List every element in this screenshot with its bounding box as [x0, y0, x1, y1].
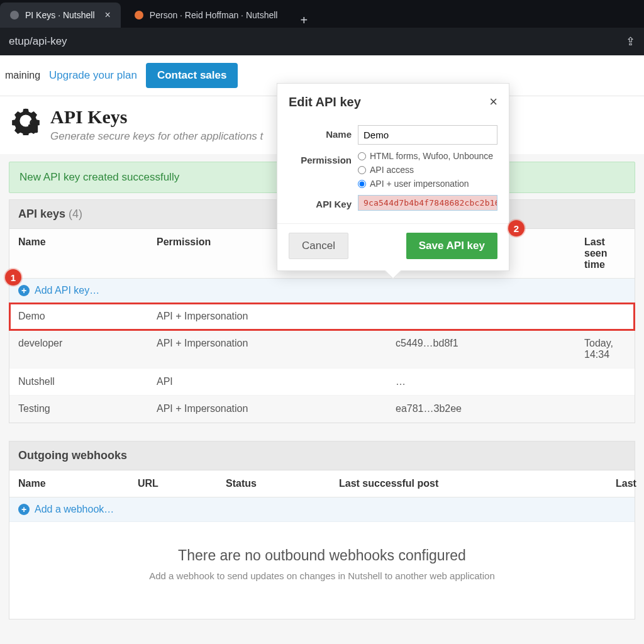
tab-title: PI Keys · Nutshell	[25, 10, 95, 20]
favicon-icon	[135, 11, 143, 19]
modal-title: Edit API key	[289, 95, 361, 109]
page-title: API Keys	[50, 106, 263, 128]
col-url: URL	[138, 478, 226, 489]
cell-last-seen: Today, 14:34	[584, 338, 626, 360]
table-row[interactable]: Nutshell API …	[9, 369, 635, 396]
cell-key: c5449…bd8f1	[396, 338, 584, 360]
browser-tab[interactable]: Person · Reid Hoffman · Nutshell	[125, 3, 288, 28]
add-webhook-label: Add a webhook…	[35, 504, 114, 515]
close-icon[interactable]: ×	[489, 94, 497, 110]
col-name: Name	[18, 236, 157, 270]
col-last: Last	[616, 478, 636, 489]
cell-name: developer	[18, 338, 157, 360]
cell-permission: API + Impersonation	[157, 311, 396, 322]
svg-rect-0	[28, 125, 38, 133]
callout-2: 2	[508, 220, 525, 236]
cell-last-seen	[584, 376, 626, 387]
cell-name: Testing	[18, 403, 157, 414]
remaining-text: maining	[5, 70, 40, 81]
edit-api-key-modal: Edit API key × Name Permission HTML form…	[277, 83, 509, 271]
add-api-key-label: Add API key…	[35, 285, 99, 296]
permission-label: Permission	[289, 151, 352, 165]
callout-1: 1	[5, 269, 21, 286]
table-header: Name URL Status Last successful post Las…	[9, 470, 635, 497]
perm-radio-impersonation[interactable]: API + user impersonation	[358, 179, 497, 189]
cancel-button[interactable]: Cancel	[289, 233, 348, 259]
new-tab-button[interactable]: +	[291, 13, 316, 28]
col-name: Name	[18, 478, 138, 489]
cell-permission: API	[157, 376, 396, 387]
section-title: Outgoing webhooks	[9, 441, 635, 470]
col-last-seen: Last seen time	[584, 236, 626, 270]
add-webhook-row[interactable]: + Add a webhook…	[9, 497, 635, 522]
name-input[interactable]	[358, 125, 497, 145]
upgrade-link[interactable]: Upgrade your plan	[49, 69, 137, 82]
empty-state: There are no outbound webhooks configure…	[9, 522, 635, 619]
url-bar[interactable]: etup/api-key ⇪	[0, 28, 644, 55]
webhooks-section: Outgoing webhooks Name URL Status Last s…	[9, 441, 635, 619]
browser-tabbar: PI Keys · Nutshell × Person · Reid Hoffm…	[0, 0, 644, 28]
perm-radio-html[interactable]: HTML forms, Wufoo, Unbounce	[358, 151, 497, 161]
col-last-post: Last successful post	[339, 478, 616, 489]
browser-tab-active[interactable]: PI Keys · Nutshell ×	[0, 3, 121, 28]
tab-title: Person · Reid Hoffman · Nutshell	[150, 10, 278, 20]
api-key-value[interactable]: 9ca544d7b4b4f7848682cbc2b16	[358, 195, 497, 211]
save-api-key-button[interactable]: Save API key	[406, 233, 497, 259]
perm-radio-api[interactable]: API access	[358, 165, 497, 175]
section-title-text: API keys	[18, 208, 65, 220]
contact-sales-button[interactable]: Contact sales	[146, 63, 238, 88]
section-count: (4)	[69, 208, 82, 220]
plus-icon: +	[18, 504, 30, 515]
table-row[interactable]: developer API + Impersonation c5449…bd8f…	[9, 330, 635, 369]
cell-permission: API + Impersonation	[157, 338, 396, 360]
cell-key: …	[396, 376, 584, 387]
cell-name: Demo	[18, 311, 157, 322]
api-key-label: API Key	[289, 195, 352, 209]
cell-name: Nutshell	[18, 376, 157, 387]
empty-title: There are no outbound webhooks configure…	[22, 547, 622, 564]
share-icon[interactable]: ⇪	[626, 35, 635, 48]
table-row[interactable]: Testing API + Impersonation ea781…3b2ee	[9, 396, 635, 423]
cell-permission: API + Impersonation	[157, 403, 396, 414]
url-text: etup/api-key	[9, 35, 67, 48]
name-label: Name	[289, 125, 352, 140]
table-row[interactable]: Demo API + Impersonation	[9, 303, 635, 330]
col-status: Status	[226, 478, 339, 489]
page-subtitle: Generate secure keys for other applicati…	[50, 130, 263, 143]
plus-icon: +	[18, 285, 30, 296]
empty-subtitle: Add a webhook to send updates on changes…	[22, 570, 622, 581]
cell-key: ea781…3b2ee	[396, 403, 584, 414]
add-api-key-row[interactable]: + Add API key…	[9, 279, 635, 303]
gear-lock-icon	[11, 106, 40, 135]
favicon-icon	[10, 11, 19, 19]
cell-last-seen	[584, 311, 626, 322]
cell-key	[396, 311, 584, 322]
cell-last-seen	[584, 403, 626, 414]
close-icon[interactable]: ×	[105, 9, 111, 21]
